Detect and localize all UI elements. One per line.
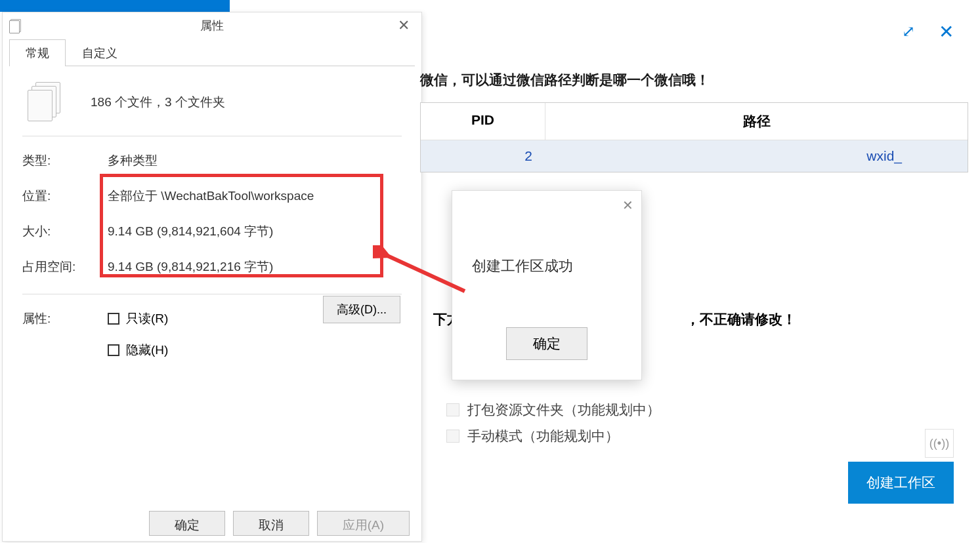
hint-text: 微信，可以通过微信路径判断是哪一个微信哦！ bbox=[420, 71, 980, 89]
file-count: 186 个文件，3 个文件夹 bbox=[91, 94, 225, 111]
minimize-icon[interactable]: ⤢ bbox=[898, 18, 919, 45]
checkbox-hidden[interactable] bbox=[108, 344, 119, 356]
success-popup: ✕ 创建工作区成功 确定 bbox=[452, 190, 642, 380]
lower-hint-suffix: ，不正确请修改！ bbox=[686, 312, 796, 327]
popup-close-icon[interactable]: ✕ bbox=[622, 197, 633, 213]
apply-button[interactable]: 应用(A) bbox=[317, 511, 410, 536]
label-hidden: 隐藏(H) bbox=[126, 342, 168, 359]
label-size: 大小: bbox=[22, 223, 108, 240]
advanced-button[interactable]: 高级(D)... bbox=[323, 296, 400, 323]
td-pid: 2 bbox=[421, 140, 545, 172]
value-type: 多种类型 bbox=[108, 152, 402, 169]
top-blue-bar bbox=[0, 0, 230, 12]
document-stack-icon bbox=[9, 19, 22, 32]
label-pack-resources: 打包资源文件夹（功能规划中） bbox=[467, 401, 660, 419]
checkbox-manual-mode[interactable] bbox=[446, 430, 459, 443]
value-location: 全部位于 \WechatBakTool\workspace bbox=[108, 188, 402, 205]
cancel-button[interactable]: 取消 bbox=[233, 511, 309, 536]
dialog-title: 属性 bbox=[200, 18, 224, 33]
checkbox-readonly[interactable] bbox=[108, 313, 119, 325]
app-close-icon[interactable]: ✕ bbox=[932, 17, 960, 47]
props-tabs: 常规 自定义 bbox=[9, 39, 415, 66]
files-icon bbox=[28, 82, 64, 123]
props-titlebar: 属性 ✕ bbox=[3, 12, 421, 39]
label-location: 位置: bbox=[22, 188, 108, 205]
value-size: 9.14 GB (9,814,921,604 字节) bbox=[108, 223, 402, 240]
tab-general[interactable]: 常规 bbox=[9, 39, 66, 66]
close-icon[interactable]: ✕ bbox=[393, 14, 415, 37]
ok-button[interactable]: 确定 bbox=[149, 511, 225, 536]
table-row[interactable]: 2 wxid_ bbox=[421, 140, 968, 172]
th-path: 路径 bbox=[545, 103, 968, 140]
th-pid: PID bbox=[421, 103, 545, 140]
label-disk: 占用空间: bbox=[22, 258, 108, 275]
checkbox-pack-resources[interactable] bbox=[446, 403, 459, 416]
popup-message: 创建工作区成功 bbox=[452, 191, 641, 276]
tab-custom[interactable]: 自定义 bbox=[66, 39, 134, 66]
label-readonly: 只读(R) bbox=[126, 310, 168, 327]
popup-ok-button[interactable]: 确定 bbox=[506, 327, 587, 360]
properties-dialog: 属性 ✕ 常规 自定义 186 个文件，3 个文件夹 类型: 多种类型 位置: … bbox=[2, 12, 422, 542]
label-manual-mode: 手动模式（功能规划中） bbox=[467, 427, 619, 445]
td-path: wxid_ bbox=[545, 140, 968, 172]
create-workspace-button[interactable]: 创建工作区 bbox=[848, 462, 954, 504]
label-attributes: 属性: bbox=[22, 310, 108, 327]
antenna-icon: ((•)) bbox=[925, 429, 954, 458]
value-disk: 9.14 GB (9,814,921,216 字节) bbox=[108, 258, 402, 275]
wechat-table: PID 路径 2 wxid_ bbox=[420, 102, 968, 172]
label-type: 类型: bbox=[22, 152, 108, 169]
